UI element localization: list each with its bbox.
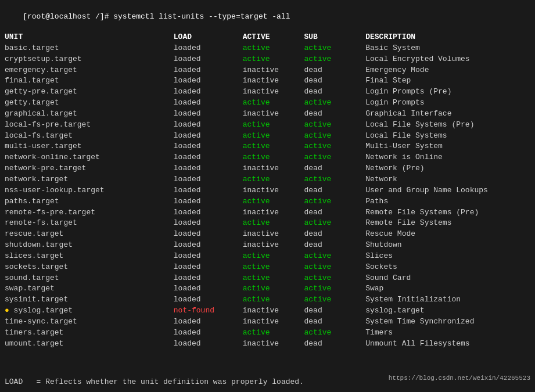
unit-load: loaded xyxy=(174,196,243,207)
unit-active: active xyxy=(243,98,304,109)
header-desc: DESCRIPTION xyxy=(365,32,530,43)
unit-load: loaded xyxy=(174,141,243,152)
unit-label: final.target xyxy=(5,76,59,85)
unit-sub: active xyxy=(304,174,365,185)
command-text: systemctl list-units --type=target -all xyxy=(113,12,290,21)
unit-load: loaded xyxy=(174,54,243,65)
unit-load: loaded xyxy=(174,317,243,328)
unit-load: loaded xyxy=(174,109,243,120)
unit-description: Shutdown xyxy=(365,240,530,251)
table-row: rescue.targetloadedinactivedeadRescue Mo… xyxy=(5,229,530,240)
header-sub: SUB xyxy=(304,32,365,43)
unit-sub: dead xyxy=(304,65,365,76)
unit-load: loaded xyxy=(174,339,243,350)
unit-load: loaded xyxy=(174,240,243,251)
unit-sub: dead xyxy=(304,185,365,196)
unit-description: System Time Synchronized xyxy=(365,317,530,328)
unit-load: loaded xyxy=(174,294,243,305)
unit-load: loaded xyxy=(174,174,243,185)
table-row: umount.targetloadedinactivedeadUnmount A… xyxy=(5,339,530,350)
table-row: remote-fs.targetloadedactiveactiveRemote… xyxy=(5,218,530,229)
unit-label: rescue.target xyxy=(5,229,63,238)
unit-sub: active xyxy=(304,218,365,229)
unit-label: nss-user-lookup.target xyxy=(5,186,105,195)
unit-label: getty.target xyxy=(5,98,59,107)
unit-sub: active xyxy=(304,251,365,262)
unit-description: Basic System xyxy=(365,43,530,54)
table-row: time-sync.targetloadedinactivedeadSystem… xyxy=(5,317,530,328)
table-row: network.targetloadedactiveactiveNetwork xyxy=(5,174,530,185)
unit-name: emergency.target xyxy=(5,65,174,76)
unit-label: multi-user.target xyxy=(5,142,82,150)
header-load: LOAD xyxy=(174,32,243,43)
unit-name: rescue.target xyxy=(5,229,174,240)
unit-sub: active xyxy=(304,141,365,152)
unit-load: loaded xyxy=(174,229,243,240)
unit-active: active xyxy=(243,141,304,152)
table-row: emergency.targetloadedinactivedeadEmerge… xyxy=(5,65,530,76)
unit-active: active xyxy=(243,251,304,262)
unit-load: loaded xyxy=(174,43,243,54)
unit-label: shutdown.target xyxy=(5,240,73,249)
table-row: graphical.targetloadedinactivedeadGraphi… xyxy=(5,109,530,120)
terminal: [root@localhost /]# systemctl list-units… xyxy=(0,0,535,392)
unit-label: remote-fs.target xyxy=(5,218,77,227)
unit-name: local-fs-pre.target xyxy=(5,120,174,131)
header-unit: UNIT xyxy=(5,32,174,43)
unit-active: active xyxy=(243,273,304,284)
unit-active: inactive xyxy=(243,207,304,218)
table-row: sysinit.targetloadedactiveactiveSystem I… xyxy=(5,294,530,305)
unit-name: basic.target xyxy=(5,43,174,54)
unit-description: Multi-User System xyxy=(365,141,530,152)
unit-sub: dead xyxy=(304,240,365,251)
unit-sub: dead xyxy=(304,87,365,98)
unit-load: loaded xyxy=(174,251,243,262)
unit-sub: active xyxy=(304,273,365,284)
table-row: sockets.targetloadedactiveactiveSockets xyxy=(5,262,530,273)
table-row: basic.targetloadedactiveactiveBasic Syst… xyxy=(5,43,530,54)
unit-name: umount.target xyxy=(5,339,174,350)
unit-label: emergency.target xyxy=(5,66,77,74)
unit-label: network.target xyxy=(5,175,68,184)
unit-load: loaded xyxy=(174,75,243,87)
unit-label: time-sync.target xyxy=(5,317,77,326)
unit-load: loaded xyxy=(174,185,243,196)
unit-active: active xyxy=(243,262,304,273)
unit-active: inactive xyxy=(243,75,304,87)
unit-name: slices.target xyxy=(5,251,174,262)
unit-name: paths.target xyxy=(5,196,174,207)
unit-description: Remote File Systems (Pre) xyxy=(365,207,530,218)
unit-label: paths.target xyxy=(5,197,59,206)
unit-description: Graphical Interface xyxy=(365,109,530,120)
watermark: https://blog.csdn.net/weixin/42265523 xyxy=(389,375,530,382)
unit-load: not-found xyxy=(174,305,243,317)
table-row: getty-pre.targetloadedinactivedeadLogin … xyxy=(5,87,530,98)
unit-active: active xyxy=(243,196,304,207)
unit-sub: active xyxy=(304,283,365,294)
unit-label: sound.target xyxy=(5,274,59,282)
unit-description: Emergency Mode xyxy=(365,65,530,76)
unit-name: nss-user-lookup.target xyxy=(5,185,174,196)
unit-active: active xyxy=(243,152,304,163)
unit-name: swap.target xyxy=(5,283,174,294)
unit-label: sockets.target xyxy=(5,262,68,271)
unit-name: final.target xyxy=(5,75,174,87)
unit-name: time-sync.target xyxy=(5,317,174,328)
unit-name: ● syslog.target xyxy=(5,305,174,317)
unit-description: syslog.target xyxy=(365,305,530,317)
unit-label: slices.target xyxy=(5,251,63,260)
unit-sub: active xyxy=(304,328,365,339)
unit-description: Sockets xyxy=(365,262,530,273)
header-active: ACTIVE xyxy=(243,32,304,43)
unit-description: Paths xyxy=(365,196,530,207)
unit-description: Rescue Mode xyxy=(365,229,530,240)
unit-load: loaded xyxy=(174,87,243,98)
unit-name: sound.target xyxy=(5,273,174,284)
unit-load: loaded xyxy=(174,218,243,229)
unit-active: inactive xyxy=(243,317,304,328)
unit-label: remote-fs-pre.target xyxy=(5,208,95,217)
unit-active: inactive xyxy=(243,240,304,251)
unit-name: timers.target xyxy=(5,328,174,339)
table-row: remote-fs-pre.targetloadedinactivedeadRe… xyxy=(5,207,530,218)
units-table: UNIT LOAD ACTIVE SUB DESCRIPTION basic.t… xyxy=(5,32,530,349)
